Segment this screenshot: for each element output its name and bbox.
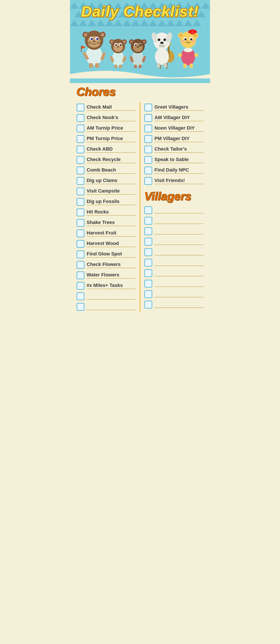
svg-marker-15 xyxy=(201,2,210,9)
svg-marker-67 xyxy=(82,46,86,49)
item-label: Check Tailor's xyxy=(154,146,203,153)
list-item: Find Daily NPC xyxy=(144,165,203,176)
list-item: Comb Beach xyxy=(77,165,136,176)
checkbox[interactable] xyxy=(77,292,84,300)
svg-point-132 xyxy=(190,38,192,40)
villager-checkbox[interactable] xyxy=(144,301,152,308)
item-label: Shake Trees xyxy=(87,220,136,226)
checkbox[interactable] xyxy=(77,303,84,311)
checkbox[interactable] xyxy=(144,135,152,143)
checkbox[interactable] xyxy=(77,230,84,237)
list-item: Visit Friends! xyxy=(144,176,203,186)
villager-checkbox[interactable] xyxy=(144,280,152,288)
villager-label xyxy=(154,291,203,298)
svg-point-135 xyxy=(187,40,189,41)
checkbox[interactable] xyxy=(77,156,84,164)
svg-rect-64 xyxy=(95,63,99,68)
svg-rect-115 xyxy=(159,44,165,47)
characters-illustration xyxy=(80,20,200,68)
svg-rect-136 xyxy=(183,64,187,68)
villager-label xyxy=(154,301,203,308)
list-item xyxy=(144,278,203,289)
list-item: Check ABD xyxy=(77,144,136,155)
svg-point-56 xyxy=(91,38,93,40)
timmy-icon xyxy=(108,30,128,68)
list-item: Speak to Sable xyxy=(144,155,203,165)
tommy-icon xyxy=(128,30,148,68)
checkbox[interactable] xyxy=(144,156,152,164)
item-label: Speak to Sable xyxy=(154,157,203,163)
villager-checkbox[interactable] xyxy=(144,206,152,214)
svg-line-60 xyxy=(86,43,91,44)
svg-point-94 xyxy=(135,44,137,46)
list-item xyxy=(144,205,203,216)
list-item: Hit Rocks xyxy=(77,207,136,218)
villager-checkbox[interactable] xyxy=(144,269,152,277)
list-item xyxy=(144,247,203,258)
item-label: Check Nook's xyxy=(87,115,136,121)
list-item xyxy=(144,289,203,300)
list-item: Shake Trees xyxy=(77,218,136,228)
checkbox[interactable] xyxy=(77,188,84,195)
villager-checkbox[interactable] xyxy=(144,217,152,225)
list-item: PM Villager DIY xyxy=(144,134,203,144)
villager-label xyxy=(154,249,203,256)
svg-point-122 xyxy=(179,34,182,37)
checkbox[interactable] xyxy=(144,166,152,174)
checkbox[interactable] xyxy=(77,240,84,248)
header: Daily Checklist! xyxy=(70,0,210,83)
checkbox[interactable] xyxy=(77,198,84,206)
item-label: #x Miles+ Tasks xyxy=(87,282,136,289)
checkbox[interactable] xyxy=(77,208,84,216)
villager-checkbox[interactable] xyxy=(144,290,152,298)
checkbox[interactable] xyxy=(144,104,152,112)
item-label: AM Turnip Price xyxy=(87,125,136,132)
villager-checkbox[interactable] xyxy=(144,238,152,246)
villager-checkbox[interactable] xyxy=(144,259,152,266)
list-item: AM Turnip Price xyxy=(77,123,136,134)
checkbox[interactable] xyxy=(77,261,84,269)
villager-label xyxy=(154,260,203,266)
list-item: Dig up Fossils xyxy=(77,197,136,207)
item-label: Noon Villager DIY xyxy=(154,125,203,132)
right-column: Greet VillagersAM Villager DIYNoon Villa… xyxy=(144,102,203,312)
svg-point-114 xyxy=(160,42,164,44)
list-item: #x Miles+ Tasks xyxy=(77,280,136,291)
checkbox[interactable] xyxy=(77,177,84,185)
list-item: Find Glow Spot xyxy=(77,249,136,260)
checkbox[interactable] xyxy=(77,166,84,174)
list-item xyxy=(144,268,203,278)
checkbox[interactable] xyxy=(77,219,84,227)
list-item: Harvest Wood xyxy=(77,239,136,249)
item-label: Dig up Clams xyxy=(87,178,136,184)
svg-point-79 xyxy=(120,44,121,46)
checkbox[interactable] xyxy=(144,177,152,185)
checkbox[interactable] xyxy=(77,135,84,143)
checkbox[interactable] xyxy=(77,114,84,122)
list-item xyxy=(144,216,203,226)
checkbox[interactable] xyxy=(77,250,84,258)
villager-label xyxy=(154,207,203,214)
page-title: Daily Checklist! xyxy=(81,4,199,19)
checkbox[interactable] xyxy=(77,272,84,279)
svg-rect-117 xyxy=(164,63,167,68)
checkbox[interactable] xyxy=(144,124,152,132)
villagers-title: Villagers xyxy=(144,190,203,203)
checkbox[interactable] xyxy=(77,124,84,132)
list-item: Check Mail xyxy=(77,102,136,113)
svg-rect-137 xyxy=(190,64,193,68)
checkbox[interactable] xyxy=(77,104,84,112)
list-item xyxy=(77,291,136,302)
checkbox[interactable] xyxy=(144,114,152,122)
checkbox[interactable] xyxy=(77,146,84,154)
list-item: PM Turnip Price xyxy=(77,134,136,144)
list-item xyxy=(144,258,203,268)
checkbox[interactable] xyxy=(144,146,152,154)
villager-label xyxy=(154,280,203,287)
villager-checkbox[interactable] xyxy=(144,248,152,256)
villager-checkbox[interactable] xyxy=(144,227,152,235)
svg-point-119 xyxy=(184,48,192,52)
chores-title: Chores xyxy=(77,85,203,98)
svg-point-90 xyxy=(143,40,145,43)
checkbox[interactable] xyxy=(77,282,84,290)
